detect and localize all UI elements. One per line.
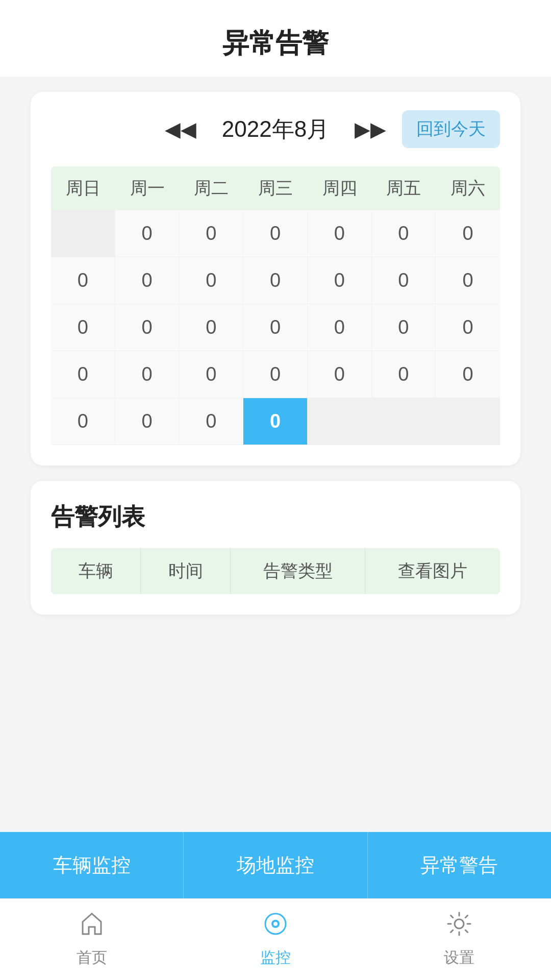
calendar-cell-r0-c4[interactable]: 0 bbox=[308, 210, 372, 257]
calendar-cell-r1-c2[interactable]: 0 bbox=[179, 257, 243, 304]
calendar-cell-r0-c5[interactable]: 0 bbox=[372, 210, 436, 257]
calendar-cell-r2-c1[interactable]: 0 bbox=[115, 304, 180, 351]
weekday-wed: 周三 bbox=[243, 166, 308, 210]
calendar-row-4: 0000 bbox=[51, 398, 500, 445]
svg-point-3 bbox=[455, 919, 464, 928]
col-vehicle: 车辆 bbox=[51, 548, 141, 594]
page-title: 异常告警 bbox=[222, 28, 329, 58]
calendar-cell-r3-c5[interactable]: 0 bbox=[372, 351, 436, 398]
calendar-cell-r3-c2[interactable]: 0 bbox=[179, 351, 243, 398]
weekday-mon: 周一 bbox=[115, 166, 180, 210]
calendar-card: ◀◀ 2022年8月 ▶▶ 回到今天 周日 周一 周二 周三 周四 周五 周六 … bbox=[31, 92, 520, 465]
main-tab-bar: 车辆监控 场地监控 异常警告 bbox=[0, 832, 551, 898]
next-month-button[interactable]: ▶▶ bbox=[344, 112, 396, 146]
calendar-cell-r2-c6[interactable]: 0 bbox=[436, 304, 500, 351]
current-month-label: 2022年8月 bbox=[222, 114, 329, 144]
weekday-thu: 周四 bbox=[308, 166, 372, 210]
calendar-cell-r4-c4 bbox=[308, 398, 372, 445]
nav-home[interactable]: 首页 bbox=[0, 899, 184, 980]
calendar-cell-r2-c5[interactable]: 0 bbox=[372, 304, 436, 351]
calendar-row-1: 0000000 bbox=[51, 257, 500, 304]
nav-home-label: 首页 bbox=[77, 947, 107, 968]
calendar-cell-r0-c3[interactable]: 0 bbox=[243, 210, 308, 257]
bottom-nav: 首页 监控 设置 bbox=[0, 898, 551, 980]
calendar-cell-r0-c6[interactable]: 0 bbox=[436, 210, 500, 257]
calendar-cell-r3-c3[interactable]: 0 bbox=[243, 351, 308, 398]
calendar-cell-r4-c1[interactable]: 0 bbox=[115, 398, 180, 445]
calendar-cell-r4-c5 bbox=[372, 398, 436, 445]
calendar-cell-r1-c4[interactable]: 0 bbox=[308, 257, 372, 304]
nav-monitor-label: 监控 bbox=[260, 947, 291, 968]
weekday-fri: 周五 bbox=[372, 166, 436, 210]
calendar-cell-r0-c2[interactable]: 0 bbox=[179, 210, 243, 257]
calendar-nav: ◀◀ 2022年8月 ▶▶ 回到今天 bbox=[51, 112, 500, 146]
calendar-cell-r0-c0 bbox=[51, 210, 115, 257]
calendar-row-3: 0000000 bbox=[51, 351, 500, 398]
calendar-cell-r3-c6[interactable]: 0 bbox=[436, 351, 500, 398]
calendar-cell-r1-c5[interactable]: 0 bbox=[372, 257, 436, 304]
calendar-cell-r1-c3[interactable]: 0 bbox=[243, 257, 308, 304]
header: 异常告警 bbox=[0, 0, 551, 77]
main-content: ◀◀ 2022年8月 ▶▶ 回到今天 周日 周一 周二 周三 周四 周五 周六 … bbox=[0, 92, 551, 832]
tab-site-monitor[interactable]: 场地监控 bbox=[184, 832, 367, 898]
calendar-cell-r2-c2[interactable]: 0 bbox=[179, 304, 243, 351]
calendar-cell-r2-c3[interactable]: 0 bbox=[243, 304, 308, 351]
calendar-cell-r0-c1[interactable]: 0 bbox=[115, 210, 180, 257]
settings-icon bbox=[446, 911, 472, 943]
calendar-cell-r1-c6[interactable]: 0 bbox=[436, 257, 500, 304]
calendar-row-0: 000000 bbox=[51, 210, 500, 257]
weekday-sun: 周日 bbox=[51, 166, 115, 210]
alert-list-title: 告警列表 bbox=[51, 501, 500, 533]
weekday-tue: 周二 bbox=[179, 166, 243, 210]
calendar-cell-r3-c4[interactable]: 0 bbox=[308, 351, 372, 398]
col-alert-type: 告警类型 bbox=[231, 548, 365, 594]
tab-vehicle-monitor[interactable]: 车辆监控 bbox=[0, 832, 184, 898]
nav-settings[interactable]: 设置 bbox=[367, 899, 551, 980]
calendar-cell-r4-c2[interactable]: 0 bbox=[179, 398, 243, 445]
calendar-cell-r1-c1[interactable]: 0 bbox=[115, 257, 180, 304]
alert-table-header: 车辆 时间 告警类型 查看图片 bbox=[51, 548, 500, 594]
nav-settings-label: 设置 bbox=[444, 947, 474, 968]
tab-alert-warning[interactable]: 异常警告 bbox=[368, 832, 551, 898]
col-view-image: 查看图片 bbox=[365, 548, 500, 594]
calendar-cell-r4-c3[interactable]: 0 bbox=[243, 398, 308, 445]
calendar-body: 0000000000000000000000000000000 bbox=[51, 210, 500, 445]
weekday-sat: 周六 bbox=[436, 166, 500, 210]
today-button[interactable]: 回到今天 bbox=[402, 110, 500, 148]
nav-monitor[interactable]: 监控 bbox=[184, 899, 367, 980]
calendar-cell-r4-c0[interactable]: 0 bbox=[51, 398, 115, 445]
col-time: 时间 bbox=[141, 548, 231, 594]
calendar-cell-r4-c6 bbox=[436, 398, 500, 445]
alert-list-card: 告警列表 车辆 时间 告警类型 查看图片 bbox=[31, 481, 520, 615]
calendar-cell-r2-c4[interactable]: 0 bbox=[308, 304, 372, 351]
calendar-row-2: 0000000 bbox=[51, 304, 500, 351]
calendar-weekday-header: 周日 周一 周二 周三 周四 周五 周六 bbox=[51, 166, 500, 210]
prev-month-button[interactable]: ◀◀ bbox=[155, 112, 207, 146]
monitor-icon bbox=[262, 911, 289, 943]
calendar-cell-r3-c1[interactable]: 0 bbox=[115, 351, 180, 398]
svg-point-2 bbox=[273, 922, 278, 926]
calendar-cell-r1-c0[interactable]: 0 bbox=[51, 257, 115, 304]
calendar-cell-r3-c0[interactable]: 0 bbox=[51, 351, 115, 398]
calendar-cell-r2-c0[interactable]: 0 bbox=[51, 304, 115, 351]
home-icon bbox=[79, 911, 105, 943]
